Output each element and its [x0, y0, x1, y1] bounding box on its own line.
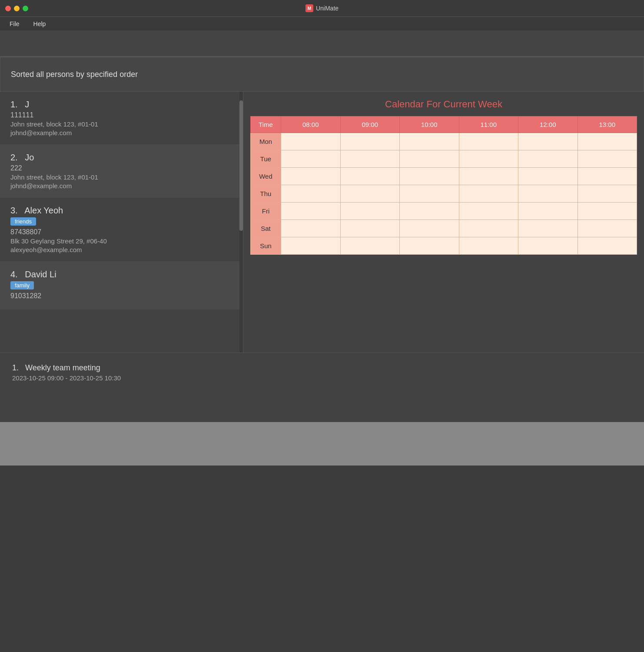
contact-item[interactable]: 2. Jo 222 John street, block 123, #01-01… — [0, 145, 243, 198]
app-title: M UniMate — [305, 4, 339, 12]
calendar-cell[interactable] — [459, 185, 518, 203]
calendar-cell[interactable] — [400, 237, 459, 255]
calendar-scroll[interactable]: Time 08:00 09:00 10:00 11:00 12:00 13:00… — [250, 116, 637, 255]
calendar-cell[interactable] — [340, 133, 400, 150]
calendar-cell[interactable] — [340, 220, 400, 237]
scroll-thumb[interactable] — [239, 100, 243, 231]
close-button[interactable] — [5, 6, 11, 11]
event-title: 1. Weekly team meeting — [12, 363, 632, 373]
calendar-title: Calendar For Current Week — [250, 99, 637, 110]
calendar-cell[interactable] — [578, 220, 637, 237]
calendar-cell[interactable] — [281, 237, 341, 255]
calendar-cell[interactable] — [518, 220, 578, 237]
statusbar-message: Sorted all persons by specified order — [11, 70, 138, 79]
main-content: 1. J 111111 John street, block 123, #01-… — [0, 92, 644, 353]
contact-phone: 222 — [10, 164, 232, 172]
contact-address: John street, block 123, #01-01 — [10, 120, 232, 128]
calendar-cell[interactable] — [340, 150, 400, 168]
calendar-cell[interactable] — [400, 220, 459, 237]
calendar-cell[interactable] — [578, 133, 637, 150]
calendar-cell[interactable] — [518, 185, 578, 203]
calendar-hour-2: 10:00 — [400, 116, 459, 133]
contact-phone: 87438807 — [10, 228, 232, 236]
traffic-lights — [5, 6, 28, 11]
calendar-cell[interactable] — [518, 150, 578, 168]
calendar-cell[interactable] — [281, 168, 341, 185]
calendar-cell[interactable] — [459, 220, 518, 237]
calendar-cell[interactable] — [340, 185, 400, 203]
calendar-cell[interactable] — [281, 150, 341, 168]
calendar-cell[interactable] — [459, 150, 518, 168]
calendar-cell[interactable] — [400, 203, 459, 220]
calendar-cell[interactable] — [459, 203, 518, 220]
calendar-cell[interactable] — [459, 237, 518, 255]
calendar-cell[interactable] — [340, 203, 400, 220]
app-title-text: UniMate — [316, 5, 339, 12]
calendar-hour-3: 11:00 — [459, 116, 518, 133]
events-section: 1. Weekly team meeting 2023-10-25 09:00 … — [0, 353, 644, 422]
contact-item[interactable]: 4. David Li family 91031282 — [0, 262, 243, 309]
contact-address: John street, block 123, #01-01 — [10, 173, 232, 181]
calendar-day-3: Thu — [251, 185, 281, 203]
calendar-cell[interactable] — [578, 168, 637, 185]
contact-tag: family — [10, 281, 34, 289]
menu-help[interactable]: Help — [31, 19, 49, 29]
minimize-button[interactable] — [14, 6, 20, 11]
contact-name: 1. J — [10, 100, 232, 110]
calendar-day-2: Wed — [251, 168, 281, 185]
calendar-table: Time 08:00 09:00 10:00 11:00 12:00 13:00… — [250, 116, 637, 255]
calendar-cell[interactable] — [578, 185, 637, 203]
calendar-cell[interactable] — [518, 203, 578, 220]
contact-name: 2. Jo — [10, 153, 232, 163]
calendar-cell[interactable] — [518, 133, 578, 150]
calendar-day-6: Sun — [251, 237, 281, 255]
calendar-day-0: Mon — [251, 133, 281, 150]
calendar-panel: Calendar For Current Week Time 08:00 09:… — [243, 92, 644, 353]
calendar-cell[interactable] — [400, 133, 459, 150]
statusbar: Sorted all persons by specified order — [0, 57, 644, 92]
calendar-cell[interactable] — [578, 150, 637, 168]
calendar-cell[interactable] — [281, 133, 341, 150]
calendar-cell[interactable] — [340, 168, 400, 185]
calendar-day-5: Sat — [251, 220, 281, 237]
calendar-cell[interactable] — [281, 203, 341, 220]
app-logo-icon: M — [305, 4, 313, 12]
toolbar — [0, 30, 644, 57]
calendar-cell[interactable] — [340, 237, 400, 255]
contact-address: Blk 30 Geylang Street 29, #06-40 — [10, 237, 232, 245]
calendar-hour-5: 13:00 — [578, 116, 637, 133]
calendar-time-header: Time — [251, 116, 281, 133]
calendar-cell[interactable] — [518, 237, 578, 255]
calendar-cell[interactable] — [400, 150, 459, 168]
calendar-cell[interactable] — [281, 185, 341, 203]
contact-email: johnd@example.com — [10, 129, 232, 136]
maximize-button[interactable] — [23, 6, 28, 11]
calendar-hour-1: 09:00 — [340, 116, 400, 133]
calendar-cell[interactable] — [578, 203, 637, 220]
contact-email: alexyeoh@example.com — [10, 246, 232, 253]
contact-email: johnd@example.com — [10, 182, 232, 190]
contact-phone: 91031282 — [10, 292, 232, 300]
calendar-day-4: Fri — [251, 203, 281, 220]
contact-phone: 111111 — [10, 111, 232, 119]
contact-tag: friends — [10, 217, 36, 226]
calendar-cell[interactable] — [518, 168, 578, 185]
contacts-panel[interactable]: 1. J 111111 John street, block 123, #01-… — [0, 92, 243, 353]
contact-item[interactable]: 3. Alex Yeoh friends 87438807 Blk 30 Gey… — [0, 198, 243, 262]
calendar-cell[interactable] — [400, 185, 459, 203]
contact-item[interactable]: 1. J 111111 John street, block 123, #01-… — [0, 92, 243, 145]
calendar-cell[interactable] — [459, 168, 518, 185]
bottom-area — [0, 422, 644, 466]
calendar-day-1: Tue — [251, 150, 281, 168]
calendar-cell[interactable] — [578, 237, 637, 255]
calendar-cell[interactable] — [281, 220, 341, 237]
scrollbar[interactable] — [239, 92, 243, 353]
menu-file[interactable]: File — [7, 19, 22, 29]
calendar-cell[interactable] — [459, 133, 518, 150]
menubar: File Help — [0, 17, 644, 30]
calendar-hour-4: 12:00 — [518, 116, 578, 133]
calendar-hour-0: 08:00 — [281, 116, 341, 133]
event-item[interactable]: 1. Weekly team meeting 2023-10-25 09:00 … — [12, 363, 632, 382]
contact-name: 4. David Li — [10, 269, 232, 279]
calendar-cell[interactable] — [400, 168, 459, 185]
